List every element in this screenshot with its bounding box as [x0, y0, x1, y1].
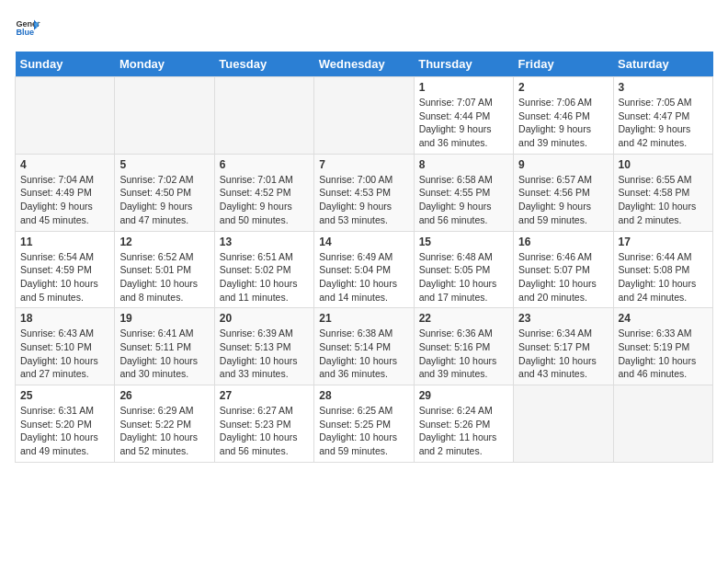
- day-info: Sunrise: 7:00 AM Sunset: 4:53 PM Dayligh…: [319, 173, 408, 227]
- calendar-cell: 22Sunrise: 6:36 AM Sunset: 5:16 PM Dayli…: [414, 308, 513, 385]
- calendar-cell: 19Sunrise: 6:41 AM Sunset: 5:11 PM Dayli…: [115, 308, 214, 385]
- day-number: 13: [220, 236, 309, 248]
- day-info: Sunrise: 6:31 AM Sunset: 5:20 PM Dayligh…: [20, 404, 109, 458]
- day-number: 18: [20, 312, 109, 325]
- day-info: Sunrise: 7:02 AM Sunset: 4:50 PM Dayligh…: [119, 173, 209, 227]
- day-info: Sunrise: 6:51 AM Sunset: 5:02 PM Dayligh…: [220, 250, 309, 304]
- day-info: Sunrise: 6:52 AM Sunset: 5:01 PM Dayligh…: [119, 250, 209, 304]
- day-number: 8: [419, 158, 508, 171]
- logo: General Blue: [15, 15, 40, 40]
- calendar-cell: 6Sunrise: 7:01 AM Sunset: 4:52 PM Daylig…: [214, 154, 313, 231]
- calendar-cell: 14Sunrise: 6:49 AM Sunset: 5:04 PM Dayli…: [314, 231, 414, 308]
- day-info: Sunrise: 7:06 AM Sunset: 4:46 PM Dayligh…: [518, 96, 608, 150]
- day-info: Sunrise: 6:55 AM Sunset: 4:58 PM Dayligh…: [619, 173, 708, 227]
- calendar-cell: 18Sunrise: 6:43 AM Sunset: 5:10 PM Dayli…: [16, 308, 115, 385]
- calendar-week-row: 18Sunrise: 6:43 AM Sunset: 5:10 PM Dayli…: [16, 308, 713, 385]
- day-number: 25: [20, 389, 109, 402]
- day-number: 1: [419, 81, 508, 94]
- day-info: Sunrise: 6:43 AM Sunset: 5:10 PM Dayligh…: [20, 327, 109, 381]
- day-number: 9: [518, 158, 608, 171]
- day-info: Sunrise: 6:44 AM Sunset: 5:08 PM Dayligh…: [619, 250, 708, 304]
- day-info: Sunrise: 6:48 AM Sunset: 5:05 PM Dayligh…: [419, 250, 508, 304]
- day-info: Sunrise: 7:04 AM Sunset: 4:49 PM Dayligh…: [20, 173, 109, 227]
- day-info: Sunrise: 6:58 AM Sunset: 4:55 PM Dayligh…: [419, 173, 508, 227]
- day-info: Sunrise: 6:57 AM Sunset: 4:56 PM Dayligh…: [518, 173, 608, 227]
- calendar-cell: 21Sunrise: 6:38 AM Sunset: 5:14 PM Dayli…: [314, 308, 414, 385]
- day-number: 16: [518, 236, 608, 248]
- day-number: 28: [319, 389, 408, 402]
- day-info: Sunrise: 7:05 AM Sunset: 4:47 PM Dayligh…: [619, 96, 708, 150]
- day-info: Sunrise: 6:46 AM Sunset: 5:07 PM Dayligh…: [518, 250, 608, 304]
- calendar-cell: 11Sunrise: 6:54 AM Sunset: 4:59 PM Dayli…: [16, 231, 115, 308]
- day-info: Sunrise: 6:39 AM Sunset: 5:13 PM Dayligh…: [220, 327, 309, 381]
- day-number: 4: [20, 158, 109, 171]
- day-number: 7: [319, 158, 408, 171]
- day-number: 11: [20, 236, 109, 248]
- day-number: 23: [518, 312, 608, 325]
- calendar-cell: [314, 77, 414, 155]
- day-info: Sunrise: 7:07 AM Sunset: 4:44 PM Dayligh…: [419, 96, 508, 150]
- calendar-week-row: 1Sunrise: 7:07 AM Sunset: 4:44 PM Daylig…: [16, 77, 713, 155]
- calendar-cell: 23Sunrise: 6:34 AM Sunset: 5:17 PM Dayli…: [514, 308, 613, 385]
- calendar-cell: 27Sunrise: 6:27 AM Sunset: 5:23 PM Dayli…: [214, 385, 313, 463]
- calendar-cell: 2Sunrise: 7:06 AM Sunset: 4:46 PM Daylig…: [514, 77, 613, 155]
- day-info: Sunrise: 6:38 AM Sunset: 5:14 PM Dayligh…: [319, 327, 408, 381]
- calendar-week-row: 11Sunrise: 6:54 AM Sunset: 4:59 PM Dayli…: [16, 231, 713, 308]
- day-number: 22: [419, 312, 508, 325]
- calendar-cell: 3Sunrise: 7:05 AM Sunset: 4:47 PM Daylig…: [613, 77, 712, 155]
- day-info: Sunrise: 6:34 AM Sunset: 5:17 PM Dayligh…: [518, 327, 608, 381]
- calendar-cell: [115, 77, 214, 155]
- weekday-header-thursday: Thursday: [414, 52, 513, 77]
- day-info: Sunrise: 7:01 AM Sunset: 4:52 PM Dayligh…: [220, 173, 309, 227]
- day-number: 26: [119, 389, 209, 402]
- day-number: 21: [319, 312, 408, 325]
- calendar-cell: [514, 385, 613, 463]
- calendar-cell: 28Sunrise: 6:25 AM Sunset: 5:25 PM Dayli…: [314, 385, 414, 463]
- calendar-cell: 16Sunrise: 6:46 AM Sunset: 5:07 PM Dayli…: [514, 231, 613, 308]
- calendar-cell: 29Sunrise: 6:24 AM Sunset: 5:26 PM Dayli…: [414, 385, 513, 463]
- calendar-cell: 1Sunrise: 7:07 AM Sunset: 4:44 PM Daylig…: [414, 77, 513, 155]
- day-number: 3: [619, 81, 708, 94]
- day-info: Sunrise: 6:33 AM Sunset: 5:19 PM Dayligh…: [619, 327, 708, 381]
- weekday-header-friday: Friday: [514, 52, 613, 77]
- day-info: Sunrise: 6:41 AM Sunset: 5:11 PM Dayligh…: [119, 327, 209, 381]
- calendar-cell: [214, 77, 313, 155]
- calendar-cell: 7Sunrise: 7:00 AM Sunset: 4:53 PM Daylig…: [314, 154, 414, 231]
- calendar-cell: 12Sunrise: 6:52 AM Sunset: 5:01 PM Dayli…: [115, 231, 214, 308]
- calendar-week-row: 4Sunrise: 7:04 AM Sunset: 4:49 PM Daylig…: [16, 154, 713, 231]
- calendar-cell: 5Sunrise: 7:02 AM Sunset: 4:50 PM Daylig…: [115, 154, 214, 231]
- day-number: 27: [220, 389, 309, 402]
- day-number: 24: [619, 312, 708, 325]
- day-number: 10: [619, 158, 708, 171]
- day-number: 19: [119, 312, 209, 325]
- day-info: Sunrise: 6:54 AM Sunset: 4:59 PM Dayligh…: [20, 250, 109, 304]
- weekday-header-sunday: Sunday: [16, 52, 115, 77]
- calendar-table: SundayMondayTuesdayWednesdayThursdayFrid…: [15, 52, 713, 463]
- day-number: 2: [518, 81, 608, 94]
- day-info: Sunrise: 6:27 AM Sunset: 5:23 PM Dayligh…: [220, 404, 309, 458]
- calendar-cell: 4Sunrise: 7:04 AM Sunset: 4:49 PM Daylig…: [16, 154, 115, 231]
- calendar-cell: [16, 77, 115, 155]
- day-info: Sunrise: 6:29 AM Sunset: 5:22 PM Dayligh…: [119, 404, 209, 458]
- day-info: Sunrise: 6:36 AM Sunset: 5:16 PM Dayligh…: [419, 327, 508, 381]
- calendar-week-row: 25Sunrise: 6:31 AM Sunset: 5:20 PM Dayli…: [16, 385, 713, 463]
- page-header: General Blue: [15, 15, 713, 40]
- weekday-header-wednesday: Wednesday: [314, 52, 414, 77]
- calendar-cell: 10Sunrise: 6:55 AM Sunset: 4:58 PM Dayli…: [613, 154, 712, 231]
- day-info: Sunrise: 6:24 AM Sunset: 5:26 PM Dayligh…: [419, 404, 508, 458]
- weekday-header-tuesday: Tuesday: [214, 52, 313, 77]
- weekday-header-monday: Monday: [115, 52, 214, 77]
- calendar-cell: 20Sunrise: 6:39 AM Sunset: 5:13 PM Dayli…: [214, 308, 313, 385]
- calendar-cell: 25Sunrise: 6:31 AM Sunset: 5:20 PM Dayli…: [16, 385, 115, 463]
- day-number: 6: [220, 158, 309, 171]
- calendar-cell: 17Sunrise: 6:44 AM Sunset: 5:08 PM Dayli…: [613, 231, 712, 308]
- logo-icon: General Blue: [15, 15, 40, 40]
- calendar-cell: 15Sunrise: 6:48 AM Sunset: 5:05 PM Dayli…: [414, 231, 513, 308]
- calendar-cell: 8Sunrise: 6:58 AM Sunset: 4:55 PM Daylig…: [414, 154, 513, 231]
- svg-text:Blue: Blue: [16, 28, 34, 37]
- day-info: Sunrise: 6:49 AM Sunset: 5:04 PM Dayligh…: [319, 250, 408, 304]
- day-number: 29: [419, 389, 508, 402]
- day-number: 17: [619, 236, 708, 248]
- weekday-header-saturday: Saturday: [613, 52, 712, 77]
- day-info: Sunrise: 6:25 AM Sunset: 5:25 PM Dayligh…: [319, 404, 408, 458]
